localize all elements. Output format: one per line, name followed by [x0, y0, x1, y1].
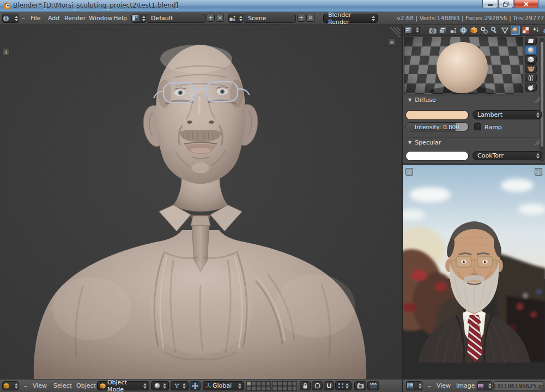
specular-panel-header[interactable]: ▼ Specular [408, 139, 441, 146]
tab-constraints[interactable] [480, 26, 489, 35]
interaction-mode-dropdown[interactable]: Object Mode [97, 381, 149, 390]
diffuse-shader-dropdown[interactable]: Lambert [473, 110, 542, 119]
image-editor[interactable]: + + [402, 164, 545, 379]
transform-orientation-dropdown[interactable]: Global [203, 381, 244, 390]
proportional-edit-toggle[interactable] [312, 381, 323, 390]
pivot-point-dropdown[interactable] [171, 381, 189, 390]
dropdown-arrows-icon [237, 383, 241, 389]
manipulator-toggle[interactable] [190, 381, 201, 390]
preview-world-sphere-button[interactable] [525, 83, 537, 92]
properties-tabs-row [403, 25, 545, 36]
lock-to-scene-toggle[interactable] [300, 381, 311, 390]
viewport-shading-dropdown[interactable] [151, 381, 169, 390]
close-button[interactable] [514, 0, 538, 8]
viewport-3d[interactable]: + + [0, 25, 402, 379]
screen-layout-add-button[interactable]: + [207, 14, 215, 22]
tab-render-layers[interactable] [438, 26, 447, 35]
scene-add-button[interactable]: + [297, 14, 305, 22]
menu-window[interactable]: Window [89, 12, 112, 25]
editor-type-selector-info[interactable] [2, 14, 19, 23]
menu-add[interactable]: Add [48, 12, 59, 25]
preview-flat-button[interactable] [525, 37, 537, 45]
tab-world[interactable] [459, 26, 468, 35]
layer-cell-active[interactable] [246, 381, 251, 386]
tab-material[interactable] [511, 26, 520, 35]
particles-icon [532, 27, 540, 34]
blender-window: Blender* [D:\Morsi_sculpting_project2\te… [0, 0, 545, 392]
diffuse-intensity-slider[interactable]: Intensity: 0.800 [405, 122, 469, 131]
render-engine-dropdown[interactable]: Blender Render [323, 14, 378, 23]
collapse-menus-toggle[interactable]: – [428, 379, 431, 392]
properties-scrollbar-thumb[interactable] [541, 42, 543, 147]
ramp-label: Ramp [485, 124, 502, 131]
scene-statistics: v2.68 | Verts:148893 | Faces:292856 | Tr… [397, 12, 544, 25]
clapperboard-icon [370, 383, 377, 389]
diffuse-color-swatch[interactable] [405, 110, 469, 120]
menu-file[interactable]: File [31, 12, 40, 25]
menu-object[interactable]: Object [76, 379, 96, 392]
tab-particles[interactable] [531, 26, 541, 35]
preview-sphere-icon [528, 47, 534, 53]
image-datablock-browse-button[interactable] [477, 381, 492, 390]
tab-texture[interactable] [521, 26, 530, 35]
menu-render[interactable]: Render [64, 12, 86, 25]
tab-object[interactable] [469, 26, 479, 35]
toolshelf-expand-button[interactable]: + [2, 48, 10, 56]
scene-name-field[interactable]: Scene [244, 14, 296, 23]
shading-solid-icon [154, 383, 160, 389]
view3d-editor-icon [3, 383, 10, 389]
specular-color-swatch[interactable] [405, 151, 469, 161]
scene-browse-button[interactable] [228, 14, 243, 23]
tab-scene[interactable] [449, 26, 458, 35]
collapse-menus-toggle[interactable]: – [22, 12, 25, 25]
menu-view[interactable]: View [33, 379, 47, 392]
minimize-button[interactable] [482, 0, 498, 8]
screen-layout-name-field[interactable]: Default [147, 14, 205, 23]
render-layers-icon [439, 27, 446, 34]
preview-sphere-button[interactable] [525, 46, 537, 55]
modifiers-wrench-icon [491, 27, 498, 34]
preview-monkey-button[interactable] [525, 64, 537, 73]
snap-element-dropdown[interactable] [335, 381, 352, 390]
window-titlebar[interactable]: Blender* [D:\Morsi_sculpting_project2\te… [0, 0, 545, 12]
image-datablock-icon [477, 383, 484, 389]
layers-group-2[interactable] [272, 381, 297, 390]
maximize-button[interactable] [498, 0, 513, 8]
editor-type-selector-3dview[interactable] [2, 381, 19, 390]
scene-delete-button[interactable]: × [306, 14, 314, 22]
world-icon [460, 27, 467, 34]
render-still-button[interactable] [354, 381, 366, 390]
properties-region-expand-button[interactable]: + [388, 38, 396, 46]
dropdown-arrows-icon [181, 383, 186, 389]
preview-flat-icon [528, 38, 534, 44]
menu-image[interactable]: Image [456, 379, 475, 392]
ramp-checkbox[interactable] [474, 123, 481, 130]
image-filename-field[interactable]: 0131106195625.jpg [493, 381, 543, 390]
tab-render[interactable] [428, 26, 437, 35]
preview-cube-button[interactable] [525, 55, 537, 64]
tab-object-data[interactable] [500, 26, 510, 35]
screen-layout-browse-button[interactable] [131, 14, 146, 23]
image-toolshelf-expand-button[interactable]: + [405, 168, 413, 176]
menu-select[interactable]: Select [53, 379, 72, 392]
physics-icon [543, 27, 545, 34]
mesh-data-icon [501, 27, 508, 34]
menu-view[interactable]: View [437, 379, 451, 392]
preview-cube-icon [528, 56, 534, 63]
properties-editor-icon [405, 27, 411, 33]
snap-toggle[interactable] [324, 381, 334, 390]
collapse-menus-toggle[interactable]: – [24, 379, 27, 392]
tab-physics[interactable] [542, 26, 545, 35]
editor-type-selector-properties[interactable] [404, 26, 420, 34]
lock-icon [302, 383, 308, 389]
screen-layout-delete-button[interactable]: × [216, 14, 224, 22]
render-animation-button[interactable] [367, 381, 379, 390]
tab-modifiers[interactable] [490, 26, 499, 35]
specular-shader-dropdown[interactable]: CookTorr [473, 151, 542, 160]
menu-help[interactable]: Help [113, 12, 127, 25]
layers-group-1[interactable] [246, 381, 271, 390]
diffuse-panel-header[interactable]: ▼ Diffuse [408, 97, 436, 104]
image-properties-expand-button[interactable]: + [535, 168, 542, 176]
preview-hair-button[interactable] [525, 74, 537, 82]
editor-type-selector-image[interactable] [406, 381, 422, 390]
